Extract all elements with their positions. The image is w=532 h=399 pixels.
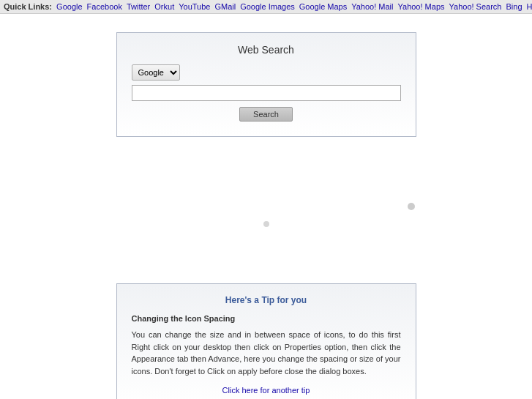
main-content: Web Search Google Bing Yahoo! Search Her… (0, 14, 532, 399)
tip-link-anchor[interactable]: Click here for another tip (222, 386, 310, 395)
quick-link-google[interactable]: Google (56, 2, 82, 11)
quick-link-google-images[interactable]: Google Images (240, 2, 295, 11)
tip-link: Click here for another tip (132, 386, 401, 395)
quick-links-bar: Quick Links: GoogleFacebookTwitterOrkutY… (0, 0, 532, 14)
quick-link-facebook[interactable]: Facebook (87, 2, 122, 11)
tip-header: Here's a Tip for you (132, 295, 401, 305)
search-input[interactable] (132, 85, 401, 101)
quick-links-label: Quick Links: (4, 2, 52, 11)
tip-title: Changing the Icon Spacing (132, 314, 401, 323)
quick-link-google-maps[interactable]: Google Maps (299, 2, 347, 11)
quick-link-hotmail[interactable]: Hotmail (527, 2, 532, 11)
small-icon-center (263, 221, 269, 227)
quick-link-yahoo--mail[interactable]: Yahoo! Mail (351, 2, 393, 11)
quick-link-yahoo--maps[interactable]: Yahoo! Maps (398, 2, 445, 11)
engine-select[interactable]: Google Bing Yahoo! (132, 64, 180, 81)
web-search-title: Web Search (132, 44, 401, 56)
quick-links-container: GoogleFacebookTwitterOrkutYouTubeGMailGo… (56, 2, 532, 11)
quick-link-yahoo--search[interactable]: Yahoo! Search (449, 2, 502, 11)
search-engine-row: Google Bing Yahoo! (132, 64, 401, 81)
engine-select-wrapper: Google Bing Yahoo! (132, 64, 180, 81)
tip-box: Here's a Tip for you Changing the Icon S… (116, 283, 416, 399)
quick-link-gmail[interactable]: GMail (214, 2, 236, 11)
tip-body: You can change the size and in between s… (132, 329, 401, 377)
quick-link-youtube[interactable]: YouTube (179, 2, 210, 11)
quick-link-bing[interactable]: Bing (506, 2, 522, 11)
web-search-box: Web Search Google Bing Yahoo! Search (116, 32, 416, 137)
quick-link-orkut[interactable]: Orkut (154, 2, 174, 11)
search-button[interactable]: Search (239, 107, 293, 122)
quick-link-twitter[interactable]: Twitter (127, 2, 150, 11)
small-icon-right (408, 203, 415, 210)
spacer-area (0, 137, 532, 283)
